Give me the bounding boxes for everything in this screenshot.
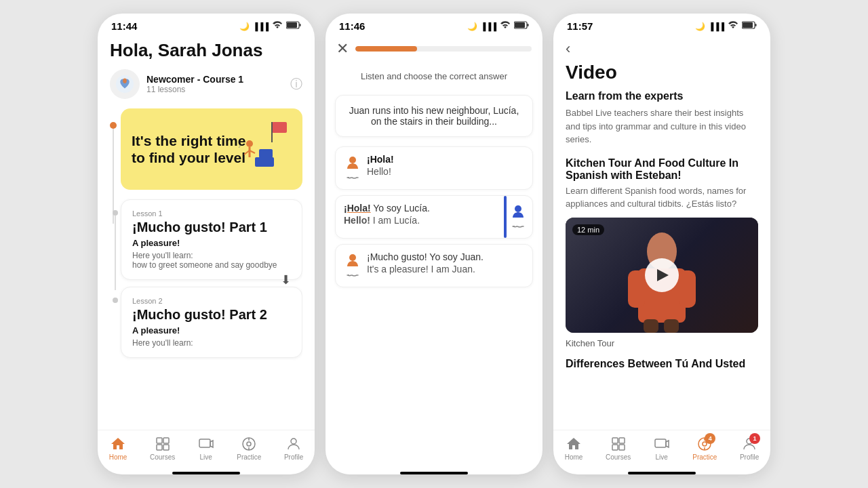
- svg-point-20: [247, 442, 251, 446]
- nav-live-1[interactable]: Live: [198, 436, 214, 461]
- svg-rect-15: [163, 438, 169, 443]
- practice-badge: 4: [705, 433, 715, 444]
- screen3-main: ‹ Video Learn from the experts Babbel Li…: [553, 35, 770, 430]
- nav-home-3[interactable]: Home: [565, 436, 583, 461]
- dialogue-block-3[interactable]: ¡Mucho gusto! Yo soy Juan. It's a pleasu…: [335, 244, 533, 287]
- video1-desc: Learn different Spanish food words, name…: [566, 184, 758, 211]
- quiz-body: Listen and choose the correct answer Jua…: [326, 63, 542, 469]
- dialogue-block-1[interactable]: ¡Hola! Hello!: [335, 146, 533, 190]
- dialogue-row-2-container: ¡Hola! Yo soy Lucía. Hello! I am Lucía.: [336, 196, 532, 238]
- video-thumbnail[interactable]: 12 min: [566, 218, 758, 333]
- course-info: Newcomer - Course 1 11 lessons: [146, 74, 283, 94]
- close-button[interactable]: ✕: [336, 40, 349, 58]
- svg-text:♪: ♪: [238, 143, 241, 149]
- dialogue-lines-3: ¡Mucho gusto! Yo soy Juan. It's a pleasu…: [367, 251, 524, 274]
- svg-rect-5: [272, 122, 287, 133]
- profile-badge: 1: [749, 433, 760, 444]
- home-indicator-1: [172, 472, 240, 474]
- nav-home-1[interactable]: Home: [109, 436, 127, 461]
- screen1-main: Hola, Sarah Jonas Newcomer - Course 1 11…: [98, 35, 315, 430]
- svg-point-31: [349, 254, 356, 261]
- timeline-line-1: [113, 129, 114, 224]
- svg-rect-45: [619, 445, 625, 450]
- status-bar-3: 11:57 🌙 ▐▐▐: [553, 14, 770, 35]
- dialogue-lines-2-wrap: ¡Hola! Yo soy Lucía. Hello! I am Lucía.: [336, 196, 504, 238]
- svg-rect-25: [515, 22, 525, 28]
- dialogue-spanish-2: ¡Hola! Yo soy Lucía.: [344, 203, 496, 214]
- status-icons-3: 🌙 ▐▐▐: [695, 21, 757, 31]
- lesson-subtitle-1: A pleasure!: [132, 238, 291, 248]
- lesson-num-1: Lesson 1: [132, 209, 291, 218]
- svg-rect-7: [255, 157, 274, 167]
- lesson-num-2: Lesson 2: [132, 297, 291, 305]
- screen3-phone: 11:57 🌙 ▐▐▐ ‹ Video Learn from the exper…: [553, 14, 770, 474]
- svg-rect-44: [612, 445, 618, 450]
- svg-rect-8: [259, 149, 273, 158]
- status-bar-1: 11:44 🌙 ▐▐▐: [98, 14, 315, 35]
- status-icons-1: 🌙 ▐▐▐: [239, 21, 301, 31]
- promo-text: It's the right time to find your level: [132, 132, 247, 166]
- svg-point-23: [291, 439, 296, 444]
- wifi-icon: [272, 21, 283, 31]
- svg-rect-38: [628, 270, 645, 308]
- svg-point-9: [246, 140, 253, 147]
- dialogue-block-2[interactable]: ¡Hola! Yo soy Lucía. Hello! I am Lucía.: [335, 195, 533, 239]
- moon-icon-3: 🌙: [695, 22, 705, 31]
- battery-icon: [286, 21, 301, 31]
- nav-label-live-1: Live: [200, 453, 212, 461]
- lesson-card-1[interactable]: Lesson 1 ¡Mucho gusto! Part 1 A pleasure…: [121, 199, 302, 280]
- lesson-subtitle-2: A pleasure!: [132, 325, 291, 336]
- course-card[interactable]: Newcomer - Course 1 11 lessons ⓘ: [110, 69, 302, 99]
- signal-icon-3: ▐▐▐: [709, 22, 724, 30]
- promo-card[interactable]: It's the right time to find your level: [121, 108, 302, 190]
- nav-profile-3[interactable]: 1 Profile: [740, 436, 759, 461]
- lesson-title-2: ¡Mucho gusto! Part 2: [132, 307, 291, 323]
- svg-rect-18: [199, 439, 210, 447]
- svg-point-29: [515, 205, 521, 212]
- experts-title: Learn from the experts: [566, 90, 758, 102]
- signal-icon-2: ▐▐▐: [481, 22, 496, 30]
- quiz-passage: Juan runs into his new neighbour, Lucía,…: [335, 95, 533, 137]
- svg-rect-17: [163, 445, 169, 450]
- promo-illustration: ♪: [235, 115, 296, 183]
- svg-point-28: [348, 177, 349, 178]
- nav-courses-1[interactable]: Courses: [150, 436, 175, 461]
- svg-rect-26: [528, 24, 529, 26]
- speaker-left-icon-3: [344, 251, 361, 280]
- video1-title: Kitchen Tour And Food Culture In Spanish…: [566, 157, 758, 182]
- svg-rect-43: [619, 438, 625, 443]
- svg-rect-39: [679, 270, 696, 308]
- download-icon-1[interactable]: ⬇: [281, 272, 291, 287]
- practice-icon-wrap: 4: [696, 436, 713, 452]
- screen1-phone: 11:44 🌙 ▐▐▐ Hola, Sarah Jonas: [98, 14, 315, 474]
- nav-label-home-3: Home: [565, 453, 583, 461]
- dialogue-row-3: ¡Mucho gusto! Yo soy Juan. It's a pleasu…: [336, 245, 532, 287]
- video-header: ‹: [553, 35, 770, 62]
- progress-bar: [355, 46, 532, 52]
- moon-icon-2: 🌙: [467, 22, 477, 31]
- nav-profile-1[interactable]: Profile: [284, 436, 303, 461]
- dialogue-spanish-3: ¡Mucho gusto! Yo soy Juan.: [367, 251, 524, 262]
- back-button[interactable]: ‹: [566, 40, 570, 58]
- bottom-nav-3: Home Courses Live 4 Practice 1: [553, 430, 770, 469]
- experts-desc: Babbel Live teachers share their best in…: [566, 106, 758, 146]
- info-icon[interactable]: ⓘ: [290, 76, 302, 92]
- greeting: Hola, Sarah Jonas: [110, 40, 302, 61]
- home-indicator-3: [628, 472, 696, 474]
- lesson-card-2[interactable]: Lesson 2 ¡Mucho gusto! Part 2 A pleasure…: [121, 287, 302, 358]
- nav-label-profile-3: Profile: [740, 453, 759, 461]
- nav-live-3[interactable]: Live: [654, 436, 670, 461]
- nav-practice-3[interactable]: 4 Practice: [692, 436, 717, 461]
- speaker-right-icon: [507, 196, 532, 238]
- svg-rect-35: [755, 24, 757, 26]
- nav-practice-1[interactable]: Practice: [237, 436, 261, 461]
- lesson-title-1: ¡Mucho gusto! Part 1: [132, 220, 291, 235]
- bottom-nav-1: Home Courses Live Practice Profile: [98, 430, 315, 469]
- play-button[interactable]: [645, 258, 679, 292]
- nav-label-practice-1: Practice: [237, 453, 261, 461]
- course-title: Newcomer - Course 1: [146, 74, 283, 85]
- timeline-dot-3: [113, 298, 118, 303]
- promo-section: It's the right time to find your level: [121, 108, 302, 190]
- nav-label-home-1: Home: [109, 453, 127, 461]
- nav-courses-3[interactable]: Courses: [606, 436, 631, 461]
